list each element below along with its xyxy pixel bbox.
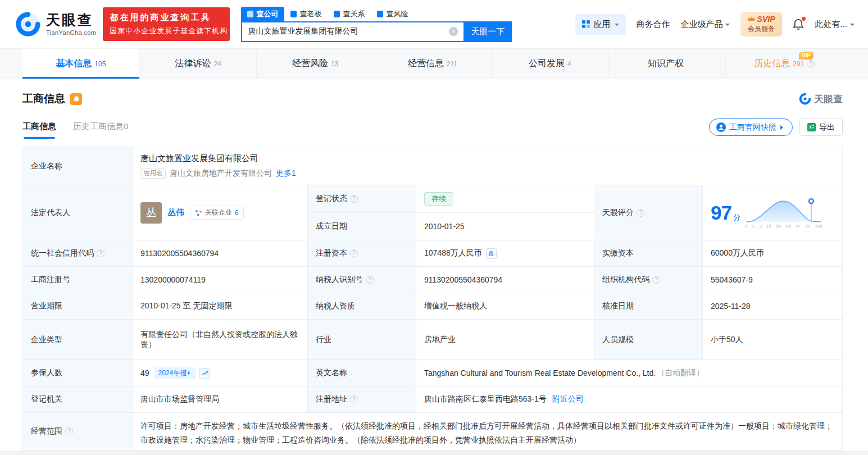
field-value: 2025-11-28 [711,302,751,311]
field-label: 参保人数 [31,368,62,378]
notification-bell-icon[interactable] [793,19,804,30]
field-value: 有限责任公司（非自然人投资或控股的法人独资） [140,330,299,350]
help-icon[interactable] [350,249,358,257]
insured-trend-icon[interactable] [199,368,210,379]
subtab-business-info[interactable]: 工商信息 [22,121,56,139]
annual-report-tag[interactable]: 2024年报 [154,367,196,379]
former-name-tag: 曾用名 [140,168,166,179]
field-label: 登记机关 [31,394,62,404]
field-value: 房地产业 [424,335,456,345]
help-icon[interactable] [652,276,660,284]
crown-icon [748,16,755,22]
svip-membership-button[interactable]: SVIP 会员服务 [740,12,783,37]
search-tab-risk[interactable]: 查风险 [371,7,414,21]
more-former-names-link[interactable]: 更多1 [276,169,296,179]
promo-line-2: 国家中小企业发展子基金旗下机构 [110,26,223,36]
tab-operational-risk[interactable]: 经营风险 13 [257,49,374,79]
help-icon[interactable] [350,395,358,403]
search-tab-company[interactable]: 查公司 [241,7,284,21]
clear-search-icon[interactable] [449,27,458,36]
field-value: 60000万人民币 [711,248,764,258]
subscribe-bell-icon[interactable] [70,93,82,105]
search-tab-boss[interactable]: 查老板 [284,7,328,21]
trend-chart-icon [202,370,208,376]
help-icon[interactable] [637,209,644,217]
business-cooperation-link[interactable]: 商务合作 [637,19,670,30]
field-value: 小于50人 [711,335,743,345]
field-label: 注册资本 [316,248,347,258]
field-label: 英文名称 [316,368,347,378]
field-label: 实缴资本 [602,248,634,258]
field-label: 组织机构代码 [602,275,649,285]
field-label: 统一社会信用代码 [31,248,94,258]
related-companies-icon [195,210,202,216]
company-tab-icon [247,11,253,17]
tianyancha-watermark: 天眼查 [799,93,843,106]
field-label: 纳税人识别号 [316,275,363,285]
table-row: 登记机关 唐山市市场监督管理局 注册地址 唐山市路南区仁泰里西电路563-1号 … [23,386,842,413]
tab-operation-info[interactable]: 经营信息 211 [374,49,492,79]
logo-text-cn: 天眼查 [46,12,96,28]
search-button[interactable]: 天眼一下 [463,21,512,42]
field-value: 911302005504360794 [140,249,219,258]
tab-intellectual-property[interactable]: 知识产权 [609,49,726,79]
tab-history-info[interactable]: VIP 历史信息 291 [726,49,843,79]
auto-translate-note: （自动翻译） [657,368,704,378]
enterprise-products-menu[interactable]: 企业级产品 [681,19,730,30]
field-value: 许可项目：房地产开发经营；城市生活垃圾经营性服务。（依法须经批准的项目，经相关部… [140,421,833,444]
former-name: 唐山文旅房地产开发有限公司 [170,169,272,179]
field-label: 人员规模 [602,335,634,345]
section-title: 工商信息 [22,92,65,106]
field-value: 55043607-9 [711,275,753,284]
vip-badge: VIP [799,52,814,60]
help-icon[interactable] [807,60,815,68]
help-icon[interactable] [366,276,374,284]
legal-rep-avatar[interactable]: 丛 [140,202,162,224]
top-header: 天眼查 TianYanCha.com 都在用的商业查询工具 国家中小企业发展子基… [0,0,868,49]
page: 天眼查 TianYanCha.com 都在用的商业查询工具 国家中小企业发展子基… [0,0,868,451]
capital-detail-icon[interactable] [486,248,497,259]
business-info-table: 企业名称 唐山文旅置业发展集团有限公司 曾用名 唐山文旅房地产开发有限公司 更多… [22,147,843,451]
field-label: 成立日期 [316,221,347,231]
table-row: 工商注册号 130200000074119 纳税人识别号 91130200550… [23,267,842,293]
export-button[interactable]: 导出 [799,119,843,136]
status-badge: 存续 [424,192,453,206]
search-tab-relation[interactable]: 查关系 [328,7,371,21]
official-snapshot-button[interactable]: 工商官网快照 [709,119,793,136]
company-search-input[interactable] [248,27,449,36]
field-label: 企业类型 [31,335,62,345]
field-label: 天眼评分 [602,208,634,218]
field-label: 工商注册号 [31,275,70,285]
field-label: 纳税人资质 [316,301,355,311]
field-value: 增值税一般纳税人 [424,301,487,311]
help-icon[interactable] [350,195,358,203]
subtab-history-business-info[interactable]: 历史工商信息0 [73,121,128,139]
nearby-companies-link[interactable]: 附近公司 [552,394,584,404]
score-axis: 0131550859799100 [745,224,822,229]
table-row: 经营范围 许可项目：房地产开发经营；城市生活垃圾经营性服务。（依法须经批准的项目… [23,413,842,450]
arrow-right-icon [780,125,785,130]
legal-rep-name-link[interactable]: 丛伟 [167,207,184,218]
field-value: 唐山市路南区仁泰里西电路563-1号 [424,394,547,404]
score-distribution-chart: 0131550859799100 [745,197,822,229]
relation-tab-icon [334,11,340,17]
main-content: 工商信息 天眼查 工商信息 历史工商信息0 [0,79,868,451]
help-icon[interactable] [65,427,73,435]
tab-basic-info[interactable]: 基本信息 105 [22,49,140,79]
tab-company-development[interactable]: 公司发展 4 [492,49,609,79]
related-companies-tag[interactable]: 关联企业 6 [190,206,244,220]
tianyancha-logo-icon [15,11,41,37]
boss-tab-icon [290,11,297,17]
bank-icon [488,250,494,257]
apps-menu-button[interactable]: 应用 [575,14,626,35]
table-row: 企业类型 有限责任公司（非自然人投资或控股的法人独资） 行业 房地产业 人员规模… [23,320,842,360]
field-label: 企业名称 [31,161,62,171]
tab-legal-litigation[interactable]: 法律诉讼 24 [140,49,257,79]
search-block: 查公司 查老板 查关系 查风险 [241,7,512,42]
field-label: 法定代表人 [31,208,70,218]
brand-logo[interactable]: 天眼查 TianYanCha.com [15,11,96,37]
account-menu[interactable]: 此处有... [815,19,855,30]
field-value: 107488万人民币 [424,248,482,258]
promo-banner[interactable]: 都在用的商业查询工具 国家中小企业发展子基金旗下机构 [103,7,230,41]
help-icon[interactable] [97,249,104,257]
